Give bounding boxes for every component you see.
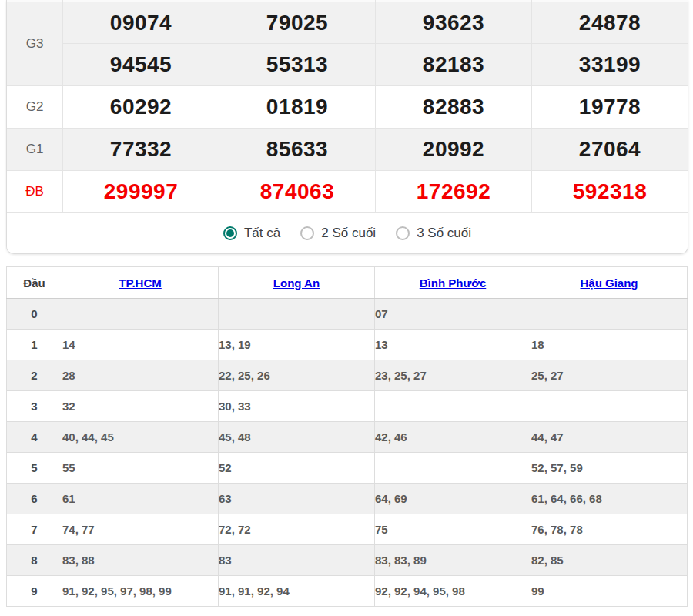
prize-number: 33199: [579, 52, 641, 77]
head-digit-table-header: ĐầuTP.HCMLong AnBình PhướcHậu Giang: [7, 267, 688, 299]
prize-table: G309074790259362324878945455531382183331…: [7, 0, 688, 213]
tail-numbers-cell: 42, 46: [375, 422, 531, 453]
prize-number-cell: 79025: [219, 2, 375, 44]
prize-number-cell: 60292: [62, 86, 219, 129]
prize-row-label: G3: [7, 2, 62, 86]
prize-number-cell: 93623: [375, 2, 531, 44]
tail-numbers-cell: 25, 27: [531, 360, 688, 391]
prize-number-cell: 20992: [375, 129, 531, 171]
tail-numbers-cell: [219, 299, 375, 330]
tail-numbers-cell: 13: [375, 330, 531, 360]
tail-numbers-cell: 72, 72: [219, 514, 375, 545]
prize-number: 93623: [423, 11, 484, 35]
table-row: 991, 92, 95, 97, 98, 9991, 91, 92, 9492,…: [7, 576, 688, 607]
table-row: 440, 44, 4545, 4842, 4644, 47: [7, 422, 688, 453]
tail-numbers-cell: 52: [219, 453, 375, 484]
prize-number-cell: 85633: [219, 129, 375, 171]
table-row: 007: [7, 299, 688, 330]
prize-label-text: G3: [26, 36, 44, 52]
tail-numbers-cell: 76, 78, 78: [531, 514, 688, 545]
head-digit-table: ĐầuTP.HCMLong AnBình PhướcHậu Giang 0071…: [6, 266, 688, 607]
tail-numbers-cell: 13, 19: [219, 330, 375, 360]
prize-number-cell: 592318: [531, 171, 688, 213]
tail-numbers-cell: 40, 44, 45: [62, 422, 219, 453]
tail-numbers-cell: 22, 25, 26: [219, 360, 375, 391]
prize-number: 09074: [110, 11, 172, 35]
radio-unselected-icon[interactable]: [396, 226, 410, 240]
prize-number: 79025: [266, 11, 328, 35]
tail-numbers-cell: 28: [62, 360, 219, 391]
table-row: 6616364, 6961, 64, 66, 68: [7, 484, 688, 514]
prize-number: 592318: [573, 179, 647, 204]
column-header-dau: Đầu: [7, 267, 62, 299]
prize-number-cell: 55313: [219, 44, 375, 86]
table-row: 11413, 191318: [7, 330, 688, 360]
radio-option-3-last-digits[interactable]: 3 Số cuối: [396, 226, 471, 241]
tail-numbers-cell: 07: [375, 299, 531, 330]
radio-option-label: Tất cả: [244, 226, 280, 241]
tail-numbers-cell: 91, 92, 95, 97, 98, 99: [62, 576, 219, 607]
head-digit: 1: [7, 330, 62, 360]
tail-numbers-cell: [531, 391, 688, 422]
tail-numbers-cell: 32: [62, 391, 219, 422]
tail-numbers-cell: 61: [62, 484, 219, 514]
prize-number: 55313: [266, 52, 328, 77]
tail-numbers-cell: 64, 69: [375, 484, 531, 514]
prize-number: 01819: [266, 95, 328, 119]
prize-number: 82883: [423, 95, 484, 119]
prize-number-cell: 27064: [531, 129, 688, 171]
prize-label-text: G2: [26, 99, 44, 115]
tail-numbers-cell: 83: [219, 545, 375, 576]
tail-numbers-cell: [375, 453, 531, 484]
prize-number-cell: 299997: [62, 171, 219, 213]
head-digit: 4: [7, 422, 62, 453]
prize-number: 85633: [266, 137, 328, 162]
lottery-results-page: G309074790259362324878945455531382183331…: [0, 0, 693, 616]
tail-numbers-cell: 52, 57, 59: [531, 453, 688, 484]
prize-number: 77332: [110, 137, 172, 162]
prize-number: 19778: [579, 95, 641, 119]
prize-number: 20992: [423, 137, 484, 162]
table-row: 33230, 33: [7, 391, 688, 422]
tail-numbers-cell: [375, 391, 531, 422]
prize-number-cell: 874063: [219, 171, 375, 213]
tail-numbers-cell: [531, 299, 688, 330]
tail-numbers-cell: 44, 47: [531, 422, 688, 453]
tail-numbers-cell: 99: [531, 576, 688, 607]
prize-number-cell: 172692: [375, 171, 531, 213]
radio-unselected-icon[interactable]: [300, 226, 314, 240]
tail-numbers-cell: 30, 33: [219, 391, 375, 422]
prize-number-cell: 82883: [375, 86, 531, 129]
head-digit: 7: [7, 514, 62, 545]
head-digit: 5: [7, 453, 62, 484]
prize-number-cell: 19778: [531, 86, 688, 129]
table-row: 883, 888383, 83, 8982, 85: [7, 545, 688, 576]
province-link[interactable]: Long An: [219, 267, 375, 299]
radio-option-label: 3 Số cuối: [417, 226, 471, 241]
radio-option-all[interactable]: Tất cả: [223, 226, 280, 241]
province-link[interactable]: TP.HCM: [62, 267, 219, 299]
prize-results-card: G309074790259362324878945455531382183331…: [6, 0, 688, 254]
radio-selected-icon[interactable]: [223, 226, 237, 240]
prize-number-cell: 33199: [531, 44, 688, 86]
tail-numbers-cell: 91, 91, 92, 94: [219, 576, 375, 607]
province-link[interactable]: Bình Phước: [375, 267, 531, 299]
tail-numbers-cell: 74, 77: [62, 514, 219, 545]
radio-option-2-last-digits[interactable]: 2 Số cuối: [300, 226, 376, 241]
tail-numbers-cell: 18: [531, 330, 688, 360]
tail-numbers-cell: 83, 83, 89: [375, 545, 531, 576]
tail-numbers-cell: 83, 88: [62, 545, 219, 576]
prize-number-cell: 09074: [62, 2, 219, 44]
tail-filter-group: Tất cả2 Số cuối3 Số cuối: [7, 213, 688, 253]
prize-label-text: ĐB: [25, 184, 44, 199]
tail-numbers-cell: 45, 48: [219, 422, 375, 453]
prize-number-cell: 24878: [531, 2, 688, 44]
province-link[interactable]: Hậu Giang: [531, 267, 688, 299]
prize-row-label: ĐB: [7, 171, 62, 213]
head-digit: 2: [7, 360, 62, 391]
prize-number: 94545: [110, 52, 172, 77]
prize-number: 82183: [423, 52, 484, 77]
head-digit: 3: [7, 391, 62, 422]
head-digit: 6: [7, 484, 62, 514]
prize-row-label: G2: [7, 86, 62, 129]
